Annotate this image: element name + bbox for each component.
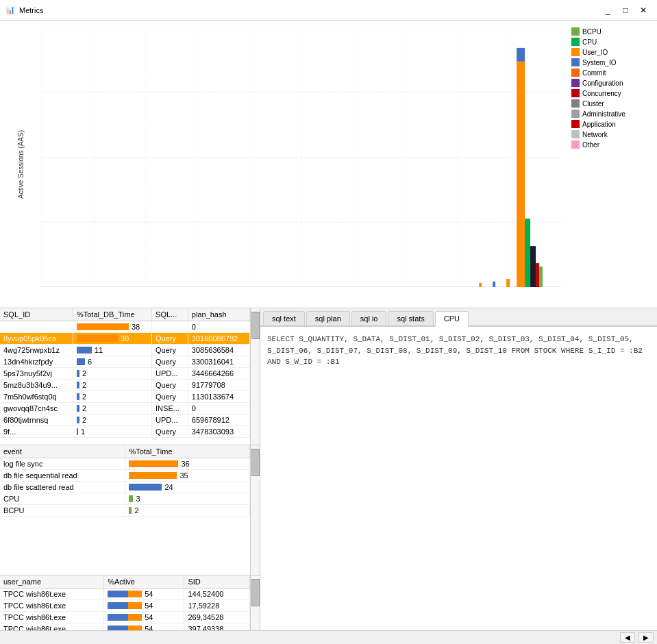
svg-rect-27: [493, 282, 495, 287]
sql-id-cell: gwovqq87cn4sc: [0, 403, 73, 414]
user-name-cell: TPCC wish86t.exe: [0, 623, 104, 631]
plan-hash-cell: 3446664266: [188, 368, 249, 380]
systemio-legend-label: System_IO: [582, 59, 616, 66]
svg-rect-26: [506, 279, 510, 287]
pct-db-time-header: %Total_DB_Time: [73, 308, 151, 321]
pct-cell: 11: [73, 345, 151, 356]
tab-sql-plan[interactable]: sql plan: [306, 311, 350, 325]
svg-rect-25: [539, 267, 543, 287]
pct-active-header: %Active: [104, 575, 184, 589]
tab-sql-text[interactable]: sql text: [263, 311, 305, 325]
user-sid-cell: 17,59228: [184, 600, 250, 612]
systemio-legend-color: [571, 58, 580, 66]
event-pct-cell: 24: [125, 482, 250, 493]
maximize-button[interactable]: □: [617, 2, 634, 18]
user-table: user_name %Active SID TPCC wish86t.exe 5…: [0, 575, 250, 630]
admin-legend-label: Administrative: [582, 110, 625, 118]
sql-scrollbar[interactable]: [250, 308, 260, 445]
config-legend-label: Configuration: [582, 79, 623, 87]
left-panels: SQL_ID %Total_DB_Time SQL... plan_hash 3…: [0, 308, 260, 630]
sql-table: SQL_ID %Total_DB_Time SQL... plan_hash 3…: [0, 308, 250, 438]
user-panel: user_name %Active SID TPCC wish86t.exe 5…: [0, 575, 260, 630]
user-scrollbar[interactable]: [250, 575, 260, 630]
pct-cell: 2: [73, 368, 151, 380]
user-sid-cell: 144,52400: [184, 589, 250, 600]
app-icon: 📊: [5, 5, 15, 14]
cpu-legend-label: CPU: [582, 38, 597, 46]
chart-svg: 0 2 4 6 8 12:36 12:48 13:00 13:12 13:24 …: [41, 27, 561, 287]
tab-sql-stats[interactable]: sql stats: [388, 311, 433, 325]
pct-cell: 2: [73, 391, 151, 403]
pct-cell: 6: [73, 356, 151, 368]
event-name-cell: CPU: [0, 493, 125, 505]
svg-rect-22: [525, 219, 530, 287]
sql-type-cell: [152, 321, 188, 333]
next-button[interactable]: ▶: [639, 632, 654, 643]
sql-type-cell: Query: [152, 345, 188, 356]
event-name-cell: log file sync: [0, 458, 125, 470]
cpu-legend-color: [571, 38, 580, 46]
user-name-cell: TPCC wish86t.exe: [0, 612, 104, 623]
sql-id-cell: 13dn4hkrzfpdy: [0, 356, 73, 368]
event-table: event %Total_Time log file sync 36 db fi…: [0, 445, 250, 517]
svg-rect-24: [536, 263, 539, 287]
pct-cell: 38: [73, 321, 151, 333]
pct-cell: 2: [73, 414, 151, 426]
plan-hash-cell: 30160086792: [188, 333, 249, 345]
app-legend-label: Application: [582, 121, 616, 128]
tab-bar: sql text sql plan sql io sql stats CPU: [260, 308, 657, 327]
event-pct-cell: 2: [125, 505, 250, 517]
pct-cell: 2: [73, 380, 151, 391]
sql-id-cell: 4wg725nwpxb1z: [0, 345, 73, 356]
plan-hash-cell: 91779708: [188, 380, 249, 391]
event-pct-cell: 35: [125, 470, 250, 482]
sql-id-cell: 9f...: [0, 426, 73, 438]
y-axis-label: Active Sessions (AAS): [0, 21, 41, 308]
sql-type-cell: Query: [152, 426, 188, 438]
bcpu-legend-color: [571, 27, 580, 36]
event-name-cell: db file scattered read: [0, 482, 125, 493]
pct-total-time-header: %Total_Time: [125, 445, 250, 458]
commit-legend-label: Commit: [582, 69, 606, 77]
sql-text-content: SELECT S_QUANTITY, S_DATA, S_DIST_01, S_…: [267, 334, 650, 368]
pct-cell: 30: [73, 333, 151, 345]
prev-button[interactable]: ◀: [620, 632, 635, 643]
plan-hash-cell: 3478303093: [188, 426, 249, 438]
sql-panel: SQL_ID %Total_DB_Time SQL... plan_hash 3…: [0, 308, 260, 445]
userio-legend-color: [571, 48, 580, 56]
plan-hash-header: plan_hash: [188, 308, 249, 321]
commit-legend-color: [571, 69, 580, 77]
event-name-cell: db file sequential read: [0, 470, 125, 482]
user-name-header: user_name: [0, 575, 104, 589]
bottom-bar: ◀ ▶: [0, 630, 657, 644]
close-button[interactable]: ✕: [635, 2, 652, 18]
concurrency-legend-color: [571, 89, 580, 97]
sql-type-cell: UPD...: [152, 368, 188, 380]
user-pct-cell: 54: [104, 600, 184, 612]
network-legend-color: [571, 130, 580, 138]
right-panel: sql text sql plan sql io sql stats CPU S…: [260, 308, 657, 630]
event-panel: event %Total_Time log file sync 36 db fi…: [0, 445, 260, 575]
chart-main: 0 2 4 6 8 12:36 12:48 13:00 13:12 13:24 …: [41, 21, 568, 308]
sql-id-cell: 6f80tjwtrnnsq: [0, 414, 73, 426]
app-title: Metrics: [19, 6, 43, 14]
config-legend-color: [571, 79, 580, 87]
tab-sql-io[interactable]: sql io: [351, 311, 387, 325]
sid-header: SID: [184, 575, 250, 589]
sql-type-cell: INSE...: [152, 403, 188, 414]
sql-id-header: SQL_ID: [0, 308, 73, 321]
user-sid-cell: 397,49338: [184, 623, 250, 631]
sql-id-cell: [0, 321, 73, 333]
other-legend-color: [571, 140, 580, 149]
event-scrollbar[interactable]: [250, 445, 260, 575]
event-pct-cell: 36: [125, 458, 250, 470]
svg-rect-21: [517, 48, 525, 62]
user-name-cell: TPCC wish86t.exe: [0, 589, 104, 600]
other-legend-label: Other: [582, 141, 599, 149]
event-header: event: [0, 445, 125, 458]
minimize-button[interactable]: _: [599, 2, 616, 18]
tab-cpu[interactable]: CPU: [435, 311, 469, 327]
plan-hash-cell: 0: [188, 403, 249, 414]
svg-rect-23: [530, 246, 536, 287]
tab-content: SELECT S_QUANTITY, S_DATA, S_DIST_01, S_…: [260, 327, 657, 630]
